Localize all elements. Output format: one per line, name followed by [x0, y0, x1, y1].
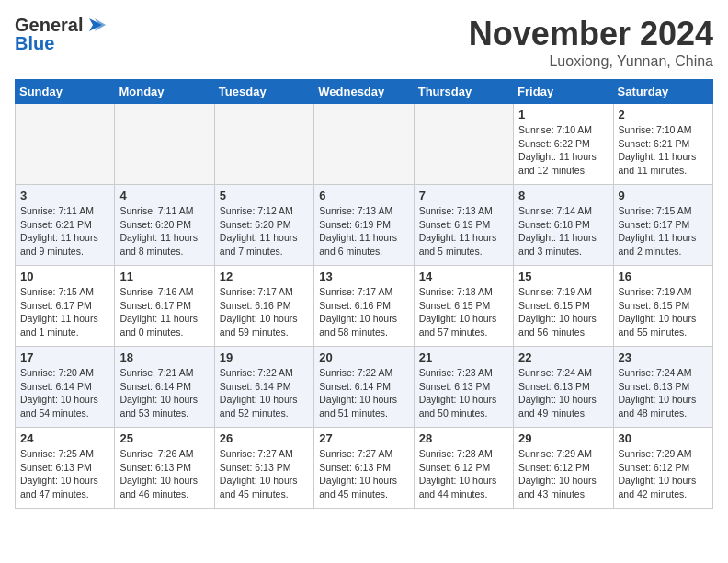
- calendar-cell: 8Sunrise: 7:14 AM Sunset: 6:18 PM Daylig…: [514, 185, 613, 266]
- day-info: Sunrise: 7:15 AM Sunset: 6:17 PM Dayligh…: [20, 285, 109, 339]
- day-number: 17: [20, 350, 109, 364]
- day-info: Sunrise: 7:16 AM Sunset: 6:17 PM Dayligh…: [119, 285, 209, 339]
- day-info: Sunrise: 7:13 AM Sunset: 6:19 PM Dayligh…: [419, 204, 508, 259]
- day-info: Sunrise: 7:10 AM Sunset: 6:22 PM Dayligh…: [518, 123, 608, 178]
- day-number: 28: [419, 431, 508, 445]
- day-info: Sunrise: 7:22 AM Sunset: 6:14 PM Dayligh…: [220, 366, 309, 420]
- day-number: 15: [518, 270, 608, 283]
- calendar-cell: [115, 104, 214, 185]
- calendar-week-row: 1Sunrise: 7:10 AM Sunset: 6:22 PM Daylig…: [16, 104, 713, 185]
- weekday-header-tuesday: Tuesday: [214, 80, 313, 104]
- calendar-cell: 9Sunrise: 7:15 AM Sunset: 6:17 PM Daylig…: [613, 185, 712, 266]
- day-number: 7: [419, 189, 508, 202]
- weekday-header-sunday: Sunday: [16, 80, 115, 104]
- calendar-cell: 6Sunrise: 7:13 AM Sunset: 6:19 PM Daylig…: [314, 185, 414, 266]
- day-info: Sunrise: 7:14 AM Sunset: 6:18 PM Dayligh…: [518, 204, 608, 259]
- day-number: 18: [119, 350, 209, 364]
- day-info: Sunrise: 7:22 AM Sunset: 6:14 PM Dayligh…: [319, 366, 408, 420]
- day-info: Sunrise: 7:25 AM Sunset: 6:13 PM Dayligh…: [20, 447, 109, 501]
- logo-general: General: [15, 15, 83, 35]
- day-number: 25: [119, 431, 209, 445]
- day-number: 14: [419, 270, 508, 283]
- day-info: Sunrise: 7:18 AM Sunset: 6:15 PM Dayligh…: [419, 285, 508, 339]
- title-block: November 2024 Luoxiong, Yunnan, China: [469, 15, 713, 70]
- day-number: 21: [419, 350, 508, 364]
- day-number: 2: [619, 108, 708, 121]
- calendar-week-row: 10Sunrise: 7:15 AM Sunset: 6:17 PM Dayli…: [16, 266, 713, 347]
- day-number: 6: [319, 189, 408, 202]
- calendar-cell: 27Sunrise: 7:27 AM Sunset: 6:13 PM Dayli…: [314, 428, 414, 509]
- day-number: 16: [619, 270, 708, 283]
- calendar-cell: 7Sunrise: 7:13 AM Sunset: 6:19 PM Daylig…: [414, 185, 513, 266]
- calendar-week-row: 17Sunrise: 7:20 AM Sunset: 6:14 PM Dayli…: [16, 347, 713, 428]
- day-info: Sunrise: 7:15 AM Sunset: 6:17 PM Dayligh…: [619, 204, 708, 259]
- weekday-header-friday: Friday: [514, 80, 613, 104]
- month-title: November 2024: [469, 15, 713, 53]
- day-number: 8: [518, 189, 608, 202]
- day-number: 5: [220, 189, 309, 202]
- calendar-cell: [16, 104, 115, 185]
- calendar-cell: 1Sunrise: 7:10 AM Sunset: 6:22 PM Daylig…: [514, 104, 613, 185]
- day-info: Sunrise: 7:27 AM Sunset: 6:13 PM Dayligh…: [319, 447, 408, 501]
- day-number: 23: [619, 350, 708, 364]
- day-number: 9: [619, 189, 708, 202]
- day-info: Sunrise: 7:17 AM Sunset: 6:16 PM Dayligh…: [319, 285, 408, 339]
- calendar-cell: 26Sunrise: 7:27 AM Sunset: 6:13 PM Dayli…: [214, 428, 313, 509]
- day-number: 20: [319, 350, 408, 364]
- weekday-header-wednesday: Wednesday: [314, 80, 414, 104]
- day-info: Sunrise: 7:27 AM Sunset: 6:13 PM Dayligh…: [220, 447, 309, 501]
- day-info: Sunrise: 7:11 AM Sunset: 6:21 PM Dayligh…: [20, 204, 109, 259]
- page-header: General Blue November 2024 Luoxiong, Yun…: [15, 15, 713, 70]
- calendar-cell: 22Sunrise: 7:24 AM Sunset: 6:13 PM Dayli…: [514, 347, 613, 428]
- calendar-cell: 17Sunrise: 7:20 AM Sunset: 6:14 PM Dayli…: [16, 347, 115, 428]
- calendar-cell: 18Sunrise: 7:21 AM Sunset: 6:14 PM Dayli…: [115, 347, 214, 428]
- calendar-cell: 13Sunrise: 7:17 AM Sunset: 6:16 PM Dayli…: [314, 266, 414, 347]
- weekday-header-monday: Monday: [115, 80, 214, 104]
- calendar-cell: 21Sunrise: 7:23 AM Sunset: 6:13 PM Dayli…: [414, 347, 513, 428]
- calendar-cell: 23Sunrise: 7:24 AM Sunset: 6:13 PM Dayli…: [613, 347, 712, 428]
- day-number: 13: [319, 270, 408, 283]
- day-info: Sunrise: 7:13 AM Sunset: 6:19 PM Dayligh…: [319, 204, 408, 259]
- day-number: 30: [619, 431, 708, 445]
- day-number: 12: [220, 270, 309, 283]
- day-number: 11: [119, 270, 209, 283]
- calendar-cell: [414, 104, 513, 185]
- calendar-week-row: 24Sunrise: 7:25 AM Sunset: 6:13 PM Dayli…: [16, 428, 713, 509]
- day-info: Sunrise: 7:23 AM Sunset: 6:13 PM Dayligh…: [419, 366, 508, 420]
- calendar-cell: 2Sunrise: 7:10 AM Sunset: 6:21 PM Daylig…: [613, 104, 712, 185]
- day-number: 19: [220, 350, 309, 364]
- day-info: Sunrise: 7:17 AM Sunset: 6:16 PM Dayligh…: [220, 285, 309, 339]
- day-info: Sunrise: 7:26 AM Sunset: 6:13 PM Dayligh…: [119, 447, 209, 501]
- calendar-cell: 25Sunrise: 7:26 AM Sunset: 6:13 PM Dayli…: [115, 428, 214, 509]
- day-info: Sunrise: 7:19 AM Sunset: 6:15 PM Dayligh…: [619, 285, 708, 339]
- calendar-cell: 11Sunrise: 7:16 AM Sunset: 6:17 PM Dayli…: [115, 266, 214, 347]
- day-info: Sunrise: 7:19 AM Sunset: 6:15 PM Dayligh…: [518, 285, 608, 339]
- day-info: Sunrise: 7:28 AM Sunset: 6:12 PM Dayligh…: [419, 447, 508, 501]
- day-number: 4: [119, 189, 209, 202]
- logo-arrow-icon: [85, 15, 106, 35]
- day-number: 3: [20, 189, 109, 202]
- calendar-cell: 14Sunrise: 7:18 AM Sunset: 6:15 PM Dayli…: [414, 266, 513, 347]
- day-number: 10: [20, 270, 109, 283]
- location: Luoxiong, Yunnan, China: [469, 53, 713, 70]
- calendar-cell: [314, 104, 414, 185]
- logo-text-block: General Blue: [15, 15, 106, 53]
- day-number: 24: [20, 431, 109, 445]
- calendar-cell: 28Sunrise: 7:28 AM Sunset: 6:12 PM Dayli…: [414, 428, 513, 509]
- calendar-cell: 4Sunrise: 7:11 AM Sunset: 6:20 PM Daylig…: [115, 185, 214, 266]
- calendar-cell: [214, 104, 313, 185]
- day-info: Sunrise: 7:20 AM Sunset: 6:14 PM Dayligh…: [20, 366, 109, 420]
- calendar-cell: 30Sunrise: 7:29 AM Sunset: 6:12 PM Dayli…: [613, 428, 712, 509]
- weekday-header-thursday: Thursday: [414, 80, 513, 104]
- day-number: 22: [518, 350, 608, 364]
- day-info: Sunrise: 7:29 AM Sunset: 6:12 PM Dayligh…: [518, 447, 608, 501]
- day-number: 27: [319, 431, 408, 445]
- calendar-cell: 15Sunrise: 7:19 AM Sunset: 6:15 PM Dayli…: [514, 266, 613, 347]
- calendar-week-row: 3Sunrise: 7:11 AM Sunset: 6:21 PM Daylig…: [16, 185, 713, 266]
- calendar-table: SundayMondayTuesdayWednesdayThursdayFrid…: [15, 79, 713, 509]
- weekday-header-row: SundayMondayTuesdayWednesdayThursdayFrid…: [16, 80, 713, 104]
- day-info: Sunrise: 7:10 AM Sunset: 6:21 PM Dayligh…: [619, 123, 708, 178]
- day-info: Sunrise: 7:24 AM Sunset: 6:13 PM Dayligh…: [619, 366, 708, 420]
- calendar-cell: 24Sunrise: 7:25 AM Sunset: 6:13 PM Dayli…: [16, 428, 115, 509]
- calendar-cell: 5Sunrise: 7:12 AM Sunset: 6:20 PM Daylig…: [214, 185, 313, 266]
